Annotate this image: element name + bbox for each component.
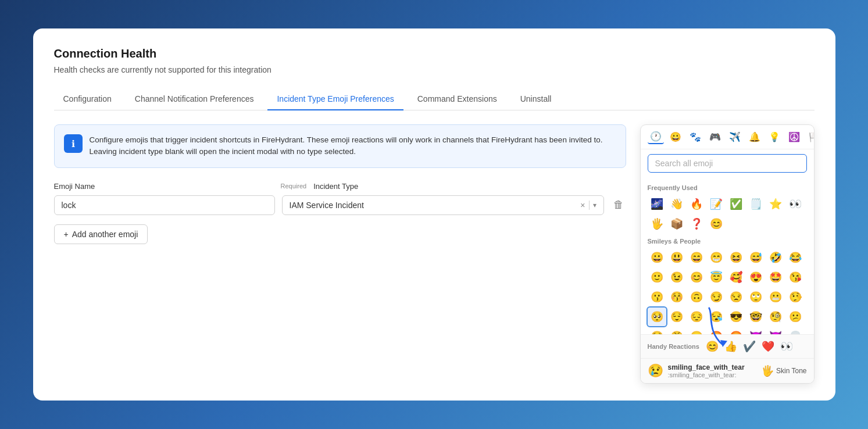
emoji-item[interactable]: 😬 [766, 288, 785, 306]
cat-flags[interactable]: 🏳️ [806, 130, 815, 144]
emoji-item[interactable]: 🖐️ [648, 214, 666, 233]
incident-type-label: Incident Type [313, 182, 358, 191]
tab-incident-emoji[interactable]: Incident Type Emoji Preferences [267, 88, 403, 110]
emoji-code-display: :smiling_face_with_tear: [668, 371, 745, 378]
info-text: Configure emojis that trigger incident s… [90, 134, 616, 158]
emoji-item[interactable]: 😀 [648, 248, 666, 267]
cat-smiley[interactable]: 🕐 [648, 130, 664, 144]
emoji-item[interactable]: 😆 [727, 248, 745, 267]
form-header: Emoji Name Required Incident Type [54, 182, 626, 191]
emoji-picker: 🕐 😀 🐾 🎮 ✈️ 🔔 💡 ☮️ 🏳️ ✦ Frequently Used 🌌… [640, 124, 815, 384]
clear-incident-button[interactable]: × [580, 201, 585, 210]
cat-food[interactable]: 🎮 [707, 130, 723, 144]
emoji-item[interactable]: 😅 [746, 248, 765, 267]
emoji-item[interactable]: 😟 [648, 327, 666, 334]
tab-uninstall[interactable]: Uninstall [511, 88, 561, 110]
emoji-item[interactable]: 😡 [707, 327, 726, 334]
emoji-item[interactable]: 🤣 [766, 248, 785, 267]
emoji-item-selected[interactable]: 🥺 [648, 308, 666, 326]
emoji-item[interactable]: 😎 [727, 308, 745, 326]
emoji-item[interactable]: 😕 [786, 308, 805, 326]
emoji-item[interactable]: 🗒️ [746, 195, 765, 213]
incident-type-select[interactable]: IAM Service Incident × ▾ [282, 195, 604, 215]
emoji-item[interactable]: 🤬 [727, 327, 745, 334]
incident-select-value: IAM Service Incident [290, 201, 578, 210]
emoji-item[interactable]: 🙂 [648, 268, 666, 287]
emoji-item[interactable]: 👿 [766, 327, 785, 334]
skin-tone-section[interactable]: 🖐️ Skin Tone [761, 364, 806, 377]
info-icon: ℹ [64, 134, 83, 153]
emoji-item[interactable]: ❓ [687, 214, 706, 233]
emoji-item[interactable]: 📝 [707, 195, 726, 213]
select-controls: × ▾ [580, 201, 596, 210]
emoji-item[interactable]: 😊 [707, 214, 726, 233]
cat-travel[interactable]: ✈️ [727, 130, 743, 144]
smileys-grid: 😀 😃 😄 😁 😆 😅 🤣 😂 🙂 😉 😊 😇 🥰 😍 🤩 😘 [648, 248, 807, 334]
add-emoji-button[interactable]: + Add another emoji [54, 224, 148, 244]
emoji-item[interactable]: 😚 [667, 288, 686, 306]
info-symbol: ℹ [72, 138, 75, 149]
handy-emoji-3[interactable]: ✔️ [741, 338, 758, 355]
handy-emoji-5[interactable]: 👀 [778, 338, 795, 355]
emoji-item[interactable]: 🥰 [727, 268, 745, 287]
emoji-item[interactable]: 😍 [746, 268, 765, 287]
handy-label: Handy Reactions [648, 343, 699, 350]
handy-emoji-1[interactable]: 😊 [704, 338, 720, 355]
emoji-item[interactable]: 👀 [786, 195, 805, 213]
skin-tone-emoji: 🖐️ [761, 364, 774, 377]
emoji-item[interactable]: 😤 [667, 327, 686, 334]
emoji-item[interactable]: 💀 [786, 327, 805, 334]
handy-emoji-4[interactable]: ❤️ [760, 338, 776, 355]
emoji-item[interactable]: 😗 [648, 288, 666, 306]
cat-people[interactable]: 😀 [667, 130, 684, 144]
emoji-item[interactable]: 😒 [727, 288, 745, 306]
emoji-item[interactable]: 📦 [667, 214, 686, 233]
emoji-body: Frequently Used 🌌 👋 🔥 📝 ✅ 🗒️ ⭐ 👀 🖐️ 📦 ❓ … [641, 177, 814, 334]
emoji-item[interactable]: 😪 [707, 308, 726, 326]
main-modal: Connection Health Health checks are curr… [33, 28, 835, 401]
emoji-item[interactable]: 😇 [707, 268, 726, 287]
emoji-item[interactable]: 😃 [667, 248, 686, 267]
emoji-item[interactable]: 😘 [786, 268, 805, 287]
emoji-item[interactable]: 🙄 [746, 288, 765, 306]
emoji-footer-left: 😢 smiling_face_with_tear :smiling_face_w… [648, 363, 745, 378]
emoji-name-label: Emoji Name [54, 182, 281, 191]
emoji-item[interactable]: 😁 [707, 248, 726, 267]
emoji-item[interactable]: 😌 [667, 308, 686, 326]
emoji-item[interactable]: 👋 [667, 195, 686, 213]
emoji-form-row: IAM Service Incident × ▾ 🗑 [54, 195, 626, 215]
emoji-item[interactable]: 😠 [687, 327, 706, 334]
emoji-categories: 🕐 😀 🐾 🎮 ✈️ 🔔 💡 ☮️ 🏳️ ✦ [641, 125, 814, 149]
tab-command-extensions[interactable]: Command Extensions [408, 88, 506, 110]
modal-title: Connection Health [54, 47, 815, 60]
emoji-item[interactable]: 🤓 [746, 308, 765, 326]
emoji-item[interactable]: 🧐 [766, 308, 785, 326]
emoji-item[interactable]: 😈 [746, 327, 765, 334]
emoji-name-input[interactable] [54, 195, 275, 215]
emoji-item[interactable]: ✅ [727, 195, 745, 213]
emoji-item[interactable]: 😔 [687, 308, 706, 326]
cat-activity[interactable]: 🔔 [746, 130, 763, 144]
emoji-item[interactable]: 🤩 [766, 268, 785, 287]
tab-channel-notification[interactable]: Channel Notification Preferences [126, 88, 263, 110]
handy-emoji-2[interactable]: 👍 [723, 338, 739, 355]
emoji-item[interactable]: 😏 [707, 288, 726, 306]
add-emoji-label: Add another emoji [72, 230, 138, 239]
emoji-item[interactable]: 🔥 [687, 195, 706, 213]
cat-symbols[interactable]: ☮️ [786, 130, 802, 144]
emoji-item[interactable]: ⭐ [766, 195, 785, 213]
emoji-item[interactable]: 🙃 [687, 288, 706, 306]
emoji-item[interactable]: 🌌 [648, 195, 666, 213]
cat-nature[interactable]: 🐾 [687, 130, 703, 144]
cat-objects[interactable]: 💡 [766, 130, 783, 144]
emoji-item[interactable]: 😄 [687, 248, 706, 267]
chevron-down-icon[interactable]: ▾ [593, 201, 596, 209]
emoji-item[interactable]: 😉 [667, 268, 686, 287]
delete-row-button[interactable]: 🗑 [611, 196, 626, 213]
left-panel: ℹ Configure emojis that trigger incident… [54, 124, 626, 384]
emoji-item[interactable]: 😊 [687, 268, 706, 287]
tab-configuration[interactable]: Configuration [54, 88, 121, 110]
emoji-item[interactable]: 🤥 [786, 288, 805, 306]
emoji-item[interactable]: 😂 [786, 248, 805, 267]
emoji-search-input[interactable] [648, 154, 807, 173]
